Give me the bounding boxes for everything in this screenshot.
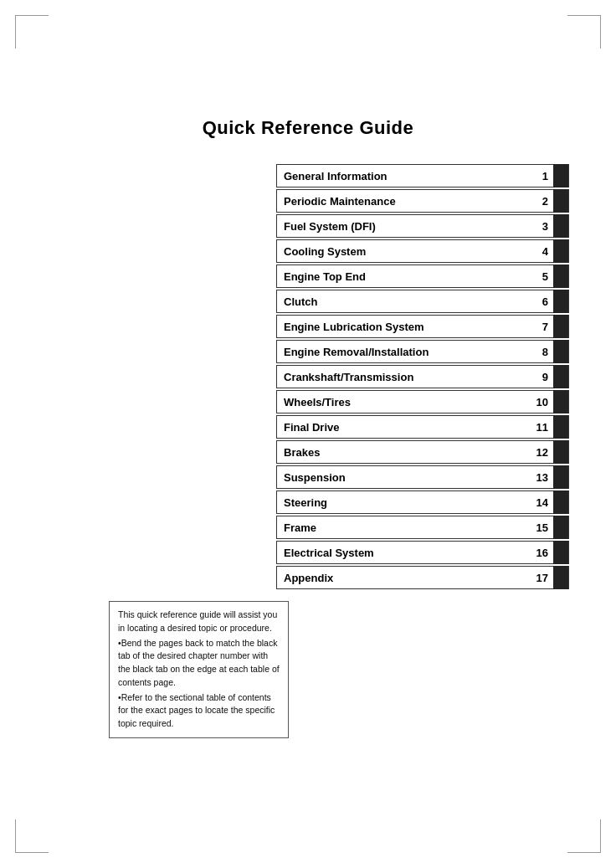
toc-item-tab bbox=[553, 541, 568, 564]
toc-item-number: 4 bbox=[530, 245, 553, 258]
toc-item-tab bbox=[553, 340, 568, 363]
toc-item-label: Final Drive bbox=[277, 421, 530, 434]
toc-item-label: Wheels/Tires bbox=[277, 396, 530, 408]
toc-item: Appendix17 bbox=[276, 566, 569, 589]
corner-mark-br bbox=[567, 819, 601, 853]
toc-item: Electrical System16 bbox=[276, 541, 569, 564]
toc-item-number: 3 bbox=[530, 220, 553, 233]
toc-item: Final Drive11 bbox=[276, 415, 569, 439]
toc-item: Steering14 bbox=[276, 490, 569, 514]
toc-item-number: 11 bbox=[530, 421, 553, 434]
toc-item: Engine Lubrication System7 bbox=[276, 315, 569, 338]
toc-item: Wheels/Tires10 bbox=[276, 390, 569, 413]
toc-item-tab bbox=[553, 440, 568, 464]
toc-item: Suspension13 bbox=[276, 465, 569, 489]
toc-item: Engine Removal/Installation8 bbox=[276, 340, 569, 363]
note-text-main: This quick reference guide will assist y… bbox=[118, 609, 280, 635]
toc-item-tab bbox=[553, 164, 568, 187]
toc-item: General Information1 bbox=[276, 164, 569, 187]
toc-item-tab bbox=[553, 290, 568, 313]
note-box: This quick reference guide will assist y… bbox=[109, 601, 289, 738]
toc-item-tab bbox=[553, 189, 568, 213]
toc-item-tab bbox=[553, 390, 568, 413]
toc-item-number: 10 bbox=[530, 396, 553, 408]
toc-item-tab bbox=[553, 490, 568, 514]
note-bullet-1: •Bend the pages back to match the black … bbox=[118, 637, 280, 690]
toc-item-label: Fuel System (DFI) bbox=[277, 220, 530, 233]
corner-mark-tl bbox=[15, 15, 49, 49]
page-title: Quick Reference Guide bbox=[0, 117, 616, 139]
toc-item-label: Engine Removal/Installation bbox=[277, 346, 530, 358]
toc-item: Frame15 bbox=[276, 516, 569, 539]
toc-item-number: 12 bbox=[530, 446, 553, 459]
toc-item-number: 9 bbox=[530, 371, 553, 383]
toc-item-tab bbox=[553, 516, 568, 539]
toc-item: Cooling System4 bbox=[276, 239, 569, 263]
toc-item-tab bbox=[553, 265, 568, 288]
toc-item-number: 16 bbox=[530, 547, 553, 559]
toc-item-tab bbox=[553, 415, 568, 439]
toc-item-label: Brakes bbox=[277, 446, 530, 459]
toc-item-label: Frame bbox=[277, 521, 530, 534]
toc-item: Clutch6 bbox=[276, 290, 569, 313]
toc-item-label: Appendix bbox=[277, 572, 530, 584]
toc-item-label: Engine Lubrication System bbox=[277, 321, 530, 333]
toc-item-tab bbox=[553, 315, 568, 338]
note-bullet-2: •Refer to the sectional table of content… bbox=[118, 691, 280, 731]
toc-item-number: 14 bbox=[530, 496, 553, 509]
toc-item-tab bbox=[553, 465, 568, 489]
toc-item-number: 6 bbox=[530, 295, 553, 308]
toc-item-label: Periodic Maintenance bbox=[277, 195, 530, 208]
toc-item-label: Electrical System bbox=[277, 547, 530, 559]
toc-item-number: 5 bbox=[530, 270, 553, 283]
toc-item-label: Crankshaft/Transmission bbox=[277, 371, 530, 383]
toc-item-number: 7 bbox=[530, 321, 553, 333]
toc-item-label: General Information bbox=[277, 170, 530, 182]
corner-mark-bl bbox=[15, 819, 49, 853]
toc-item-tab bbox=[553, 365, 568, 388]
corner-mark-tr bbox=[567, 15, 601, 49]
toc-item-label: Engine Top End bbox=[277, 270, 530, 283]
toc-item-label: Steering bbox=[277, 496, 530, 509]
toc-item: Engine Top End5 bbox=[276, 265, 569, 288]
toc-item-number: 2 bbox=[530, 195, 553, 208]
toc-item: Crankshaft/Transmission9 bbox=[276, 365, 569, 388]
toc-item-label: Clutch bbox=[277, 295, 530, 308]
toc-item-tab bbox=[553, 214, 568, 238]
toc-item-number: 8 bbox=[530, 346, 553, 358]
toc-item-tab bbox=[553, 239, 568, 263]
toc-item: Fuel System (DFI)3 bbox=[276, 214, 569, 238]
toc-item: Periodic Maintenance2 bbox=[276, 189, 569, 213]
toc-item-number: 1 bbox=[530, 170, 553, 182]
toc-item-number: 13 bbox=[530, 471, 553, 484]
toc-item-number: 17 bbox=[530, 572, 553, 584]
toc-item-number: 15 bbox=[530, 521, 553, 534]
page: Quick Reference Guide General Informatio… bbox=[0, 0, 616, 868]
toc-item-label: Cooling System bbox=[277, 245, 530, 258]
toc-item: Brakes12 bbox=[276, 440, 569, 464]
toc-item-label: Suspension bbox=[277, 471, 530, 484]
toc-item-tab bbox=[553, 566, 568, 589]
toc-container: General Information1Periodic Maintenance… bbox=[276, 164, 569, 589]
